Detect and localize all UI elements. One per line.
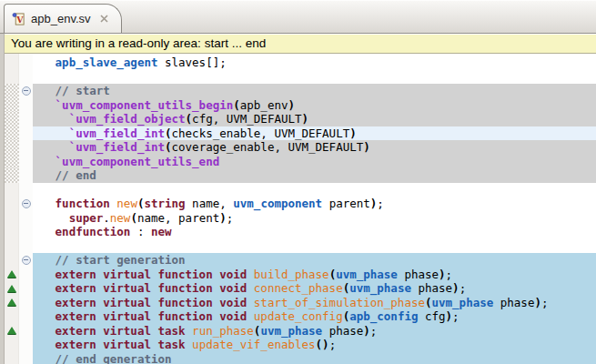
code-token-pl: coverage_enable, UVM_DEFAULT [172, 140, 364, 154]
code-token-pl [35, 352, 56, 364]
code-line-text[interactable]: extern virtual task update_vif_enables()… [33, 338, 596, 352]
code-line[interactable]: // end [5, 168, 596, 183]
code-line-text[interactable]: `uvm_component_utils_end [33, 155, 596, 169]
fold-ruler-cell [19, 352, 33, 364]
code-token-pl [186, 324, 193, 338]
fold-ruler-cell [19, 281, 33, 296]
green-triangle-icon [7, 327, 16, 334]
code-token-kw: extern virtual function void [56, 296, 247, 309]
code-line[interactable]: `uvm_field_int(coverage_enable, UVM_DEFA… [5, 140, 596, 155]
code-line-text[interactable]: extern virtual function void update_conf… [33, 309, 596, 324]
close-icon[interactable] [100, 15, 108, 23]
code-token-pb: ) [363, 140, 370, 154]
code-line[interactable]: endfunction : new [5, 225, 596, 239]
annotation-ruler-cell [5, 239, 19, 254]
code-line-text[interactable]: // end generation [33, 352, 596, 364]
code-line-text[interactable]: extern virtual function void build_phase… [33, 268, 596, 282]
code-token-pl: slaves[]; [157, 56, 226, 69]
code-line[interactable]: function new(string name, uvm_component … [5, 197, 596, 211]
fold-ruler-cell [19, 211, 33, 226]
code-line-text[interactable]: // start [33, 84, 596, 98]
code-token-pb: ) [446, 309, 453, 323]
annotation-ruler-cell [5, 225, 19, 239]
code-token-pl: phase [398, 268, 439, 281]
code-token-pb: ) [219, 211, 227, 225]
code-line[interactable]: `uvm_component_utils_begin(apb_env) [5, 98, 596, 113]
code-token-pl [35, 197, 56, 210]
code-line[interactable]: `uvm_field_object(cfg, UVM_DEFAULT) [5, 112, 596, 126]
code-token-pl: ; [377, 197, 384, 210]
collapse-minus-icon[interactable] [22, 256, 31, 265]
code-line[interactable]: // start [5, 84, 596, 98]
code-token-fn: update_vif_enables [192, 338, 315, 351]
code-token-pl: apb_env [240, 98, 288, 112]
code-token-pl [35, 168, 56, 182]
code-line[interactable]: // end generation [5, 352, 596, 364]
code-line-text[interactable]: super.new(name, parent); [33, 211, 596, 226]
code-line[interactable]: `uvm_field_int(checks_enable, UVM_DEFAUL… [5, 126, 596, 141]
code-line-text[interactable]: `uvm_field_int(coverage_enable, UVM_DEFA… [33, 140, 596, 155]
code-line-text[interactable]: // end [33, 168, 596, 183]
code-token-cmt: // start [56, 84, 110, 97]
code-token-pl: . [103, 211, 110, 225]
code-token-pl [35, 338, 56, 351]
code-line-text[interactable]: extern virtual task run_phase(uvm_phase … [33, 324, 596, 339]
code-line[interactable]: extern virtual function void build_phase… [5, 268, 596, 282]
code-token-pb: ) [452, 281, 460, 295]
code-token-kw: extern virtual function void [56, 309, 247, 323]
code-token-pb: ( [165, 126, 172, 140]
annotation-ruler-cell [5, 183, 19, 197]
code-line-text[interactable]: apb_slave_agent slaves[]; [33, 56, 596, 70]
code-line[interactable]: // start generation [5, 253, 596, 268]
code-line-text[interactable]: `uvm_field_int(checks_enable, UVM_DEFAUL… [33, 126, 596, 141]
code-token-pb: ) [439, 268, 446, 281]
editor-window: V apb_env.sv You are writing in a read-o… [0, 0, 596, 364]
fold-ruler-cell [19, 324, 33, 339]
code-line-text[interactable]: // start generation [33, 253, 596, 268]
code-line[interactable] [5, 70, 596, 85]
code-line[interactable]: extern virtual task update_vif_enables()… [5, 338, 596, 352]
readonly-warning-banner: You are writing in a read-only area: sta… [5, 35, 596, 54]
code-line[interactable]: extern virtual function void start_of_si… [5, 296, 596, 310]
code-token-type: uvm_phase [349, 281, 411, 295]
code-line-text[interactable]: extern virtual function void start_of_si… [33, 296, 596, 310]
code-token-fn: run_phase [192, 324, 254, 338]
tab-bar: V apb_env.sv [0, 0, 596, 34]
code-line[interactable] [5, 239, 596, 254]
fold-ruler-cell [19, 309, 33, 324]
code-line-text[interactable]: `uvm_field_object(cfg, UVM_DEFAULT) [33, 112, 596, 126]
code-line[interactable]: extern virtual function void connect_pha… [5, 281, 596, 296]
fold-ruler-cell [19, 225, 33, 239]
collapse-minus-icon[interactable] [22, 86, 31, 96]
code-line-text[interactable]: `uvm_component_utils_begin(apb_env) [33, 98, 596, 113]
code-line[interactable]: `uvm_component_utils_end [5, 155, 596, 169]
code-line-text[interactable]: function new(string name, uvm_component … [33, 197, 596, 211]
code-token-pl [35, 140, 69, 154]
code-token-cmt: // start generation [56, 253, 186, 267]
code-line-text[interactable]: endfunction : new [33, 225, 596, 239]
annotation-ruler-cell [5, 296, 19, 310]
code-line-text[interactable] [33, 70, 596, 85]
code-line-text[interactable]: extern virtual function void connect_pha… [33, 281, 596, 296]
annotation-ruler-cell [5, 155, 19, 169]
code-line[interactable]: extern virtual function void update_conf… [5, 309, 596, 324]
code-token-pb: ( [130, 211, 137, 225]
code-token-pl: cfg [418, 309, 445, 323]
code-token-pl: ; [370, 324, 378, 338]
annotation-ruler-cell [5, 70, 19, 85]
fold-ruler-cell [19, 183, 33, 197]
code-token-type: apb_config [349, 309, 418, 323]
code-line[interactable]: extern virtual task run_phase(uvm_phase … [5, 324, 596, 339]
annotation-ruler-cell [5, 309, 19, 324]
code-token-pl: parent [322, 197, 370, 210]
code-token-pl [247, 268, 254, 281]
annotation-ruler-cell [5, 253, 19, 268]
tab-apb-env[interactable]: V apb_env.sv [4, 4, 122, 33]
collapse-minus-icon[interactable] [22, 199, 31, 208]
code-token-pl [35, 112, 69, 126]
code-line[interactable]: super.new(name, parent); [5, 211, 596, 226]
code-line-text[interactable] [33, 183, 596, 197]
code-line[interactable]: apb_slave_agent slaves[]; [5, 56, 596, 70]
code-line[interactable] [5, 183, 596, 197]
code-line-text[interactable] [33, 239, 596, 254]
